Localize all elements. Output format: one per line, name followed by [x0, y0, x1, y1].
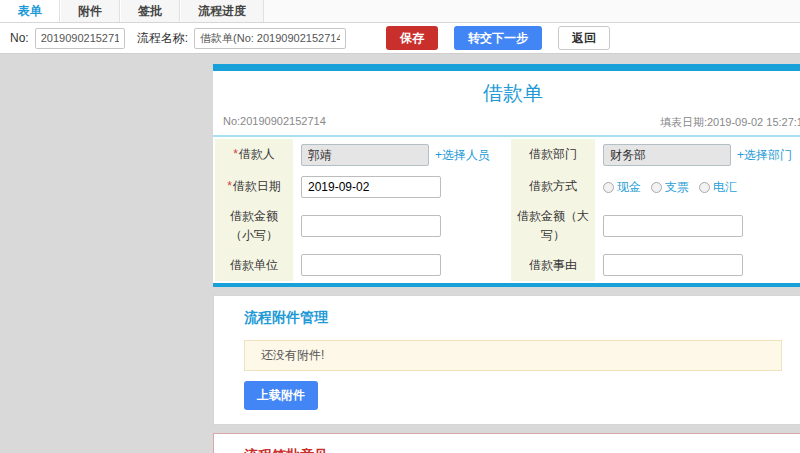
- department-label: 借款部门: [511, 139, 595, 171]
- attachments-header: 流程附件管理: [244, 309, 782, 327]
- approval-panel: 流程签批意见 B I abc ✎ ∞ ∞ ⚑ ≡ ≣ ⇤ ⇥: [213, 433, 800, 453]
- tab-attachments[interactable]: 附件: [60, 0, 120, 22]
- borrower-label: * 借款人: [215, 139, 293, 171]
- loan-reason-label: 借款事由: [511, 249, 595, 281]
- loan-method-field: 现金 支票 电汇: [595, 171, 800, 203]
- radio-icon: [651, 182, 662, 193]
- amount-big-input[interactable]: [603, 215, 743, 237]
- tab-process-progress[interactable]: 流程进度: [180, 0, 264, 22]
- department-input[interactable]: [603, 144, 731, 166]
- radio-option-cash[interactable]: 现金: [603, 179, 641, 196]
- amount-big-field: [595, 203, 800, 249]
- radio-icon: [699, 182, 710, 193]
- no-label: No:: [10, 31, 29, 45]
- loan-form-grid: * 借款人 +选择人员 借款部门 +选择部门 * 借款日期: [213, 137, 800, 283]
- doc-number: No:20190902152714: [223, 115, 326, 130]
- loan-method-label: 借款方式: [511, 171, 595, 203]
- back-button[interactable]: 返回: [558, 26, 610, 50]
- attachments-panel: 流程附件管理 还没有附件! 上载附件: [213, 295, 800, 425]
- radio-option-wire[interactable]: 电汇: [699, 179, 737, 196]
- process-name-input[interactable]: [194, 28, 346, 49]
- upload-attachment-button[interactable]: 上载附件: [244, 381, 318, 410]
- loan-date-input[interactable]: [301, 176, 441, 198]
- select-department-link[interactable]: +选择部门: [737, 147, 792, 164]
- page-title: 借款单: [213, 71, 800, 112]
- doc-meta-row: No:20190902152714 填表日期:2019-09-02 15:27:…: [213, 112, 800, 137]
- amount-small-label: 借款金额（小写）: [215, 203, 293, 249]
- department-field: +选择部门: [595, 139, 800, 171]
- loan-unit-input[interactable]: [301, 254, 441, 276]
- command-bar: No: 流程名称: 保存 转交下一步 返回: [0, 23, 800, 54]
- borrower-input[interactable]: [301, 144, 429, 166]
- loan-date-field: [293, 171, 511, 203]
- radio-icon: [603, 182, 614, 193]
- process-name-label: 流程名称:: [137, 30, 188, 47]
- loan-form-panel: 借款单 No:20190902152714 填表日期:2019-09-02 15…: [213, 64, 800, 287]
- borrower-field: +选择人员: [293, 139, 511, 171]
- loan-reason-input[interactable]: [603, 254, 743, 276]
- loan-unit-field: [293, 249, 511, 281]
- radio-option-cheque[interactable]: 支票: [651, 179, 689, 196]
- required-mark: *: [227, 177, 232, 196]
- approval-header: 流程签批意见: [244, 447, 782, 453]
- amount-small-input[interactable]: [301, 215, 441, 237]
- tab-form[interactable]: 表单: [0, 0, 60, 22]
- fill-date: 填表日期:2019-09-02 15:27:1: [660, 115, 800, 130]
- tab-approval[interactable]: 签批: [120, 0, 180, 22]
- amount-small-field: [293, 203, 511, 249]
- tab-bar: 表单 附件 签批 流程进度: [0, 0, 800, 23]
- select-person-link[interactable]: +选择人员: [435, 147, 490, 164]
- no-attachments-notice: 还没有附件!: [244, 340, 782, 371]
- loan-unit-label: 借款单位: [215, 249, 293, 281]
- transfer-next-button[interactable]: 转交下一步: [454, 26, 542, 50]
- content-area: 借款单 No:20190902152714 填表日期:2019-09-02 15…: [0, 54, 800, 453]
- no-input[interactable]: [35, 28, 125, 49]
- required-mark: *: [233, 145, 238, 164]
- loan-date-label: * 借款日期: [215, 171, 293, 203]
- loan-reason-field: [595, 249, 800, 281]
- save-button[interactable]: 保存: [386, 26, 438, 50]
- amount-big-label: 借款金额（大写）: [511, 203, 595, 249]
